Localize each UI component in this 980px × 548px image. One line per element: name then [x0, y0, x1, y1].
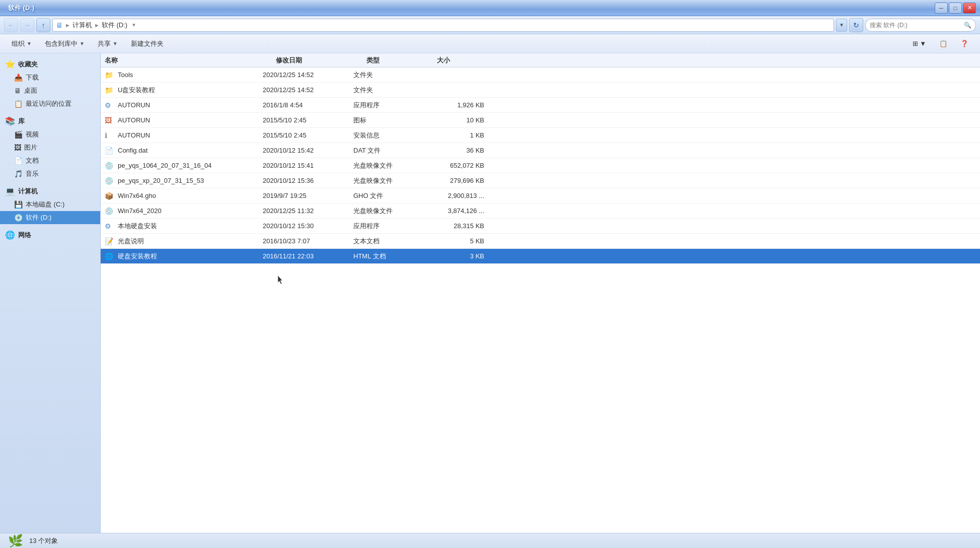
sidebar-item-drive-c[interactable]: 💾 本地磁盘 (C:)	[0, 198, 100, 211]
file-date-cell: 2020/10/12 15:36	[263, 177, 353, 184]
file-date-cell: 2020/12/25 14:52	[263, 86, 353, 94]
search-icon: 🔍	[964, 22, 971, 29]
sidebar-item-desktop[interactable]: 🖥 桌面	[0, 84, 100, 97]
file-date-cell: 2016/11/21 22:03	[263, 252, 353, 260]
sidebar-item-pictures[interactable]: 🖼 图片	[0, 141, 100, 154]
address-dropdown-button[interactable]: ▼	[836, 19, 847, 32]
table-row[interactable]: 💿 pe_yqs_1064_20_07_31_16_04 2020/10/12 …	[101, 158, 980, 173]
new-folder-button[interactable]: 新建文件夹	[125, 36, 169, 51]
col-header-name[interactable]: 名称	[105, 56, 276, 65]
col-header-type[interactable]: 类型	[366, 56, 437, 65]
table-row[interactable]: 🖼 AUTORUN 2015/5/10 2:45 图标 10 KB	[101, 113, 980, 128]
file-size-cell: 1,926 KB	[424, 101, 484, 109]
table-row[interactable]: 📄 Config.dat 2020/10/12 15:42 DAT 文件 36 …	[101, 143, 980, 158]
file-date-cell: 2020/10/12 15:41	[263, 162, 353, 169]
file-name-cell: 💿 pe_yqs_1064_20_07_31_16_04	[105, 162, 263, 170]
back-button[interactable]: ←	[4, 18, 18, 32]
file-icon: 🌐	[105, 252, 115, 260]
file-name-cell: 📄 Config.dat	[105, 147, 263, 155]
col-header-size[interactable]: 大小	[437, 56, 497, 65]
file-name-cell: 📦 Win7x64.gho	[105, 192, 263, 200]
titlebar: 软件 (D:) ─ □ ✕	[0, 0, 980, 16]
pictures-icon: 🖼	[14, 144, 21, 152]
file-name-cell: 📁 Tools	[105, 71, 263, 79]
sidebar-section-network: 🌐 网络	[0, 228, 100, 242]
sidebar-item-downloads[interactable]: 📥 下载	[0, 71, 100, 84]
details-pane-button[interactable]: 📋	[934, 36, 953, 51]
file-type-cell: 文件夹	[353, 71, 424, 80]
forward-button[interactable]: →	[20, 18, 34, 32]
sidebar-section-libraries: 📚 库 🎬 视频 🖼 图片 📄 文档 🎵 音乐	[0, 114, 100, 180]
file-date-cell: 2015/5/10 2:45	[263, 116, 353, 124]
organize-button[interactable]: 组织 ▼	[6, 36, 37, 51]
file-icon: 🖼	[105, 116, 115, 124]
include-library-button[interactable]: 包含到库中 ▼	[39, 36, 90, 51]
file-icon: 💿	[105, 177, 115, 185]
table-row[interactable]: 📦 Win7x64.gho 2019/9/7 19:25 GHO 文件 2,90…	[101, 188, 980, 203]
file-name-cell: 📁 U盘安装教程	[105, 86, 263, 95]
favorites-icon: ⭐	[5, 59, 15, 69]
view-options-button[interactable]: ⊞ ▼	[907, 36, 932, 51]
file-name-text: Config.dat	[118, 147, 147, 154]
table-row[interactable]: ⚙ 本地硬盘安装 2020/10/12 15:30 应用程序 28,315 KB	[101, 219, 980, 234]
file-size-cell: 3,874,126 ...	[424, 207, 484, 215]
file-icon: 💿	[105, 207, 115, 215]
share-button[interactable]: 共享 ▼	[92, 36, 123, 51]
table-row[interactable]: 🌐 硬盘安装教程 2016/11/21 22:03 HTML 文档 3 KB	[101, 249, 980, 264]
table-row[interactable]: ℹ AUTORUN 2015/5/10 2:45 安装信息 1 KB	[101, 128, 980, 143]
toolbar: 组织 ▼ 包含到库中 ▼ 共享 ▼ 新建文件夹 ⊞ ▼ 📋 ❓	[0, 34, 980, 53]
file-list: 名称 修改日期 类型 大小 📁 Tools 2020/12/25 14:52 文…	[101, 53, 980, 533]
col-header-date[interactable]: 修改日期	[276, 56, 366, 65]
sidebar-section-favorites: ⭐ 收藏夹 📥 下载 🖥 桌面 📋 最近访问的位置	[0, 57, 100, 110]
sidebar-item-documents[interactable]: 📄 文档	[0, 154, 100, 167]
file-name-text: 硬盘安装教程	[118, 252, 157, 261]
refresh-button[interactable]: ↻	[849, 18, 863, 32]
file-icon: 💿	[105, 162, 115, 170]
file-icon: 📁	[105, 86, 115, 94]
file-date-cell: 2020/12/25 11:32	[263, 207, 353, 215]
table-row[interactable]: 💿 Win7x64_2020 2020/12/25 11:32 光盘映像文件 3…	[101, 203, 980, 219]
close-button[interactable]: ✕	[963, 3, 976, 14]
sidebar-item-videos[interactable]: 🎬 视频	[0, 128, 100, 141]
minimize-button[interactable]: ─	[935, 3, 948, 14]
maximize-button[interactable]: □	[949, 3, 962, 14]
file-name-text: AUTORUN	[118, 131, 150, 139]
table-row[interactable]: 📝 光盘说明 2016/10/23 7:07 文本文档 5 KB	[101, 234, 980, 249]
sidebar-item-music[interactable]: 🎵 音乐	[0, 167, 100, 180]
libraries-icon: 📚	[5, 116, 15, 126]
sidebar-section-computer: 💻 计算机 💾 本地磁盘 (C:) 💿 软件 (D:)	[0, 184, 100, 224]
file-size-cell: 28,315 KB	[424, 222, 484, 230]
breadcrumb-drive[interactable]: 软件 (D:)	[102, 21, 127, 30]
file-icon: ℹ	[105, 131, 115, 140]
search-bar[interactable]: 🔍	[865, 19, 976, 32]
table-row[interactable]: ⚙ AUTORUN 2016/1/8 4:54 应用程序 1,926 KB	[101, 98, 980, 113]
statusbar-icon: 🌿	[8, 534, 23, 548]
file-name-cell: 💿 pe_yqs_xp_20_07_31_15_53	[105, 177, 263, 185]
table-row[interactable]: 📁 U盘安装教程 2020/12/25 14:52 文件夹	[101, 83, 980, 98]
table-row[interactable]: 📁 Tools 2020/12/25 14:52 文件夹	[101, 67, 980, 83]
sidebar-section-header-computer: 💻 计算机	[0, 184, 100, 198]
desktop-icon: 🖥	[14, 87, 21, 95]
statusbar-count: 13 个对象	[29, 536, 58, 545]
file-date-cell: 2015/5/10 2:45	[263, 131, 353, 139]
file-size-cell: 2,900,813 ...	[424, 192, 484, 199]
file-date-cell: 2016/10/23 7:07	[263, 237, 353, 245]
up-button[interactable]: ↑	[36, 18, 50, 32]
search-input[interactable]	[870, 22, 962, 29]
file-name-cell: 📝 光盘说明	[105, 237, 263, 246]
table-row[interactable]: 💿 pe_yqs_xp_20_07_31_15_53 2020/10/12 15…	[101, 173, 980, 188]
sidebar-item-recent[interactable]: 📋 最近访问的位置	[0, 97, 100, 110]
breadcrumb-computer[interactable]: 计算机	[72, 21, 92, 30]
file-size-cell: 652,072 KB	[424, 162, 484, 169]
file-rows: 📁 Tools 2020/12/25 14:52 文件夹 📁 U盘安装教程 20…	[101, 67, 980, 264]
file-type-cell: DAT 文件	[353, 146, 424, 155]
column-headers: 名称 修改日期 类型 大小	[101, 53, 980, 67]
file-name-text: AUTORUN	[118, 116, 150, 124]
file-type-cell: 光盘映像文件	[353, 176, 424, 185]
window-controls: ─ □ ✕	[935, 3, 976, 14]
help-button[interactable]: ❓	[955, 36, 974, 51]
breadcrumb-dropdown-icon: ▼	[131, 22, 136, 28]
file-name-cell: 🌐 硬盘安装教程	[105, 252, 263, 261]
sidebar-item-drive-d[interactable]: 💿 软件 (D:)	[0, 211, 100, 224]
file-type-cell: GHO 文件	[353, 191, 424, 200]
